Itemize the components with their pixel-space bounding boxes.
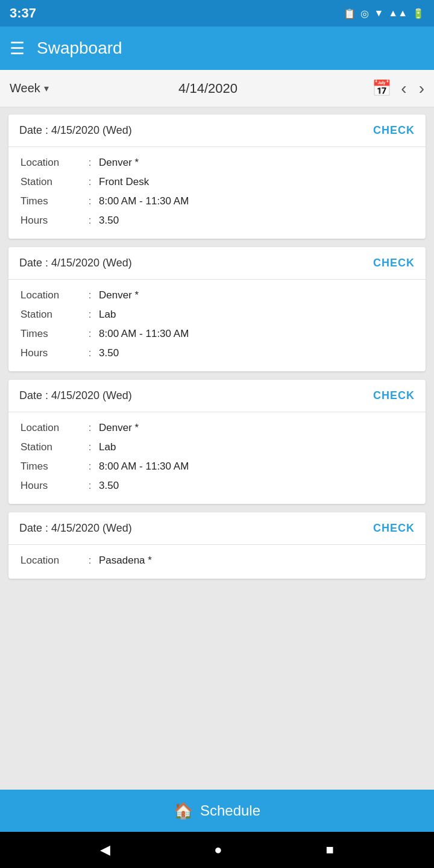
home-icon: 🏠: [174, 802, 193, 820]
card-date: Date : 4/15/2020 (Wed): [19, 389, 132, 402]
location-value: Denver *: [99, 157, 139, 169]
hours-value: 3.50: [99, 480, 119, 492]
separator: :: [81, 195, 99, 207]
status-bar: 3:37 📋 ◎ ▼ ▲▲ 🔋: [0, 0, 434, 27]
wifi-icon: ▼: [374, 8, 383, 19]
notification-icon: 📋: [344, 8, 356, 19]
android-nav-bar: ◀ ● ■: [0, 832, 434, 868]
shift-card: Date : 4/15/2020 (Wed) CHECK Location : …: [8, 247, 426, 371]
station-value: Front Desk: [99, 176, 149, 188]
separator: :: [81, 347, 99, 359]
station-label: Station: [20, 176, 81, 188]
check-button[interactable]: CHECK: [373, 257, 415, 269]
hours-value: 3.50: [99, 215, 119, 227]
location-row: Location : Denver *: [20, 418, 414, 438]
station-row: Station : Front Desk: [20, 172, 414, 192]
back-button[interactable]: ◀: [100, 842, 110, 858]
card-header: Date : 4/15/2020 (Wed) CHECK: [8, 115, 426, 147]
separator: :: [81, 157, 99, 169]
shift-card: Date : 4/15/2020 (Wed) CHECK Location : …: [8, 115, 426, 239]
times-label: Times: [20, 461, 81, 473]
separator: :: [81, 555, 99, 567]
date-display: 4/14/2020: [49, 81, 368, 96]
location-label: Location: [20, 289, 81, 301]
times-value: 8:00 AM - 11:30 AM: [99, 461, 189, 473]
chevron-down-icon[interactable]: ▾: [44, 83, 49, 94]
hours-value: 3.50: [99, 347, 119, 359]
app-bar: ☰ Swapboard: [0, 27, 434, 70]
target-icon: ◎: [360, 8, 369, 19]
week-label: Week: [10, 81, 40, 95]
separator: :: [81, 215, 99, 227]
next-arrow[interactable]: ›: [419, 79, 424, 98]
separator: :: [81, 461, 99, 473]
times-row: Times : 8:00 AM - 11:30 AM: [20, 324, 414, 344]
location-label: Location: [20, 157, 81, 169]
content-area: Date : 4/15/2020 (Wed) CHECK Location : …: [0, 107, 434, 790]
signal-icon: ▲▲: [388, 8, 407, 19]
schedule-button[interactable]: 🏠 Schedule: [0, 790, 434, 832]
separator: :: [81, 309, 99, 321]
location-value: Denver *: [99, 289, 139, 301]
separator: :: [81, 422, 99, 434]
location-label: Location: [20, 555, 81, 567]
check-button[interactable]: CHECK: [373, 389, 415, 402]
location-label: Location: [20, 422, 81, 434]
station-value: Lab: [99, 441, 116, 453]
card-body: Location : Denver * Station : Lab Times …: [8, 412, 426, 504]
card-header: Date : 4/15/2020 (Wed) CHECK: [8, 512, 426, 545]
times-label: Times: [20, 328, 81, 340]
separator: :: [81, 480, 99, 492]
times-value: 8:00 AM - 11:30 AM: [99, 195, 189, 207]
separator: :: [81, 176, 99, 188]
calendar-icon[interactable]: 📅: [372, 79, 391, 98]
shift-card: Date : 4/15/2020 (Wed) CHECK Location : …: [8, 380, 426, 504]
prev-arrow[interactable]: ‹: [401, 79, 406, 98]
home-button[interactable]: ●: [214, 842, 222, 858]
schedule-label: Schedule: [200, 802, 260, 819]
battery-icon: 🔋: [412, 8, 424, 19]
menu-icon[interactable]: ☰: [10, 39, 25, 58]
station-label: Station: [20, 441, 81, 453]
hours-label: Hours: [20, 480, 81, 492]
station-label: Station: [20, 309, 81, 321]
times-row: Times : 8:00 AM - 11:30 AM: [20, 192, 414, 211]
location-value: Pasadena *: [99, 555, 152, 567]
card-body: Location : Denver * Station : Lab Times …: [8, 280, 426, 371]
times-value: 8:00 AM - 11:30 AM: [99, 328, 189, 340]
check-button[interactable]: CHECK: [373, 124, 415, 137]
check-button[interactable]: CHECK: [373, 522, 415, 535]
location-row: Location : Pasadena *: [20, 551, 414, 570]
location-value: Denver *: [99, 422, 139, 434]
separator: :: [81, 289, 99, 301]
card-body: Location : Denver * Station : Front Desk…: [8, 147, 426, 239]
card-date: Date : 4/15/2020 (Wed): [19, 257, 132, 269]
station-value: Lab: [99, 309, 116, 321]
location-row: Location : Denver *: [20, 153, 414, 172]
card-date: Date : 4/15/2020 (Wed): [19, 522, 132, 535]
shift-card: Date : 4/15/2020 (Wed) CHECK Location : …: [8, 512, 426, 579]
hours-label: Hours: [20, 347, 81, 359]
week-selector[interactable]: Week ▾: [10, 81, 49, 95]
status-time: 3:37: [10, 5, 36, 21]
recent-button[interactable]: ■: [326, 842, 334, 858]
hours-label: Hours: [20, 215, 81, 227]
card-header: Date : 4/15/2020 (Wed) CHECK: [8, 380, 426, 412]
toolbar: Week ▾ 4/14/2020 📅 ‹ ›: [0, 70, 434, 107]
separator: :: [81, 328, 99, 340]
location-row: Location : Denver *: [20, 286, 414, 305]
times-row: Times : 8:00 AM - 11:30 AM: [20, 457, 414, 476]
status-icons: 📋 ◎ ▼ ▲▲ 🔋: [344, 8, 424, 19]
card-header: Date : 4/15/2020 (Wed) CHECK: [8, 247, 426, 280]
card-date: Date : 4/15/2020 (Wed): [19, 124, 132, 137]
app-title: Swapboard: [37, 39, 424, 58]
station-row: Station : Lab: [20, 438, 414, 457]
hours-row: Hours : 3.50: [20, 476, 414, 495]
station-row: Station : Lab: [20, 305, 414, 324]
separator: :: [81, 441, 99, 453]
hours-row: Hours : 3.50: [20, 211, 414, 230]
hours-row: Hours : 3.50: [20, 344, 414, 363]
card-body: Location : Pasadena *: [8, 545, 426, 579]
nav-icons: ‹ ›: [401, 79, 424, 98]
times-label: Times: [20, 195, 81, 207]
